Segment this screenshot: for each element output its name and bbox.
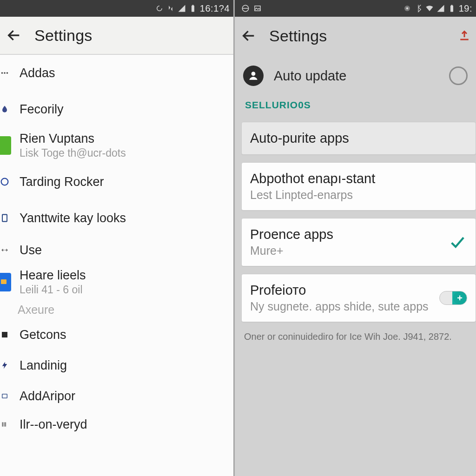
page-title: Settings xyxy=(34,26,92,45)
card-title: Proence apps xyxy=(250,227,333,242)
profile-icon xyxy=(243,66,264,86)
right-appbar: Settings xyxy=(235,17,476,55)
battery-icon xyxy=(448,4,456,13)
svg-rect-7 xyxy=(2,332,7,337)
wifi-icon xyxy=(425,4,434,13)
device-icon xyxy=(0,212,11,225)
dots-icon xyxy=(0,66,11,79)
card-title: Profeiото xyxy=(250,283,429,298)
signal-icon xyxy=(436,4,445,13)
list-item[interactable]: Fecorily xyxy=(0,91,233,127)
compass-icon xyxy=(241,4,250,13)
back-arrow-icon xyxy=(241,28,257,44)
svg-rect-1 xyxy=(192,5,193,6)
svg-point-3 xyxy=(4,72,6,74)
svg-rect-9 xyxy=(2,422,3,426)
circle-icon xyxy=(0,175,11,188)
list-item[interactable]: Use xyxy=(0,236,233,264)
svg-point-4 xyxy=(7,72,8,74)
list-item-title: Landinig xyxy=(20,358,67,373)
upload-icon[interactable] xyxy=(457,28,471,44)
right-screen: 19: Settings Auto update SELLURIO0S Aut xyxy=(235,0,476,476)
toggle-switch[interactable]: + xyxy=(439,291,467,305)
page-title: Settings xyxy=(269,27,327,45)
svg-rect-17 xyxy=(451,5,452,6)
list-item[interactable]: Addas xyxy=(0,55,233,91)
square-icon xyxy=(0,328,11,341)
auto-update-label: Auto update xyxy=(274,68,346,84)
list-item[interactable]: Yanttwite kay looks xyxy=(0,200,233,236)
svg-rect-16 xyxy=(450,6,453,12)
footnote: Oner or coninuidediro for Ice Wih Joe. J… xyxy=(235,327,476,342)
card-abpothot[interactable]: Abpothot enapı-stant Lest Linpted-enarps xyxy=(241,162,476,211)
svg-rect-13 xyxy=(255,6,260,11)
list-item-subtitle: Lisk Toge th@ucr-dots xyxy=(20,147,126,159)
list-item[interactable]: Getcons xyxy=(0,319,233,350)
card-profeioto[interactable]: Profeiото Ny sugnete. apps shide, sute a… xyxy=(241,274,476,322)
blue-tile-icon xyxy=(0,276,11,289)
card-title: Auto-purite apps xyxy=(250,131,349,146)
list-item-title: Addas xyxy=(20,66,55,80)
link-icon xyxy=(0,244,11,257)
status-clock: 19: xyxy=(459,3,472,14)
card-subtitle: Mure+ xyxy=(250,244,333,258)
card-proence-apps[interactable]: Proence apps Mure+ xyxy=(241,218,476,266)
list-item[interactable]: Landinig xyxy=(0,350,233,381)
bars-icon xyxy=(0,418,11,431)
list-item-title: Getcons xyxy=(20,328,66,342)
card-subtitle: Lest Linpted-enarps xyxy=(250,188,375,202)
card-subtitle: Ny sugnete. apps shide, sute apps xyxy=(250,300,429,313)
svg-point-5 xyxy=(1,178,8,185)
svg-rect-10 xyxy=(4,422,4,426)
back-button[interactable] xyxy=(238,25,260,47)
image-icon xyxy=(253,4,262,13)
list-item-title: Rien Vuptans xyxy=(20,132,126,146)
list-item[interactable]: AddAripor xyxy=(0,381,233,411)
svg-rect-0 xyxy=(192,6,194,12)
list-item-subtitle: Leili 41 - 6 oil xyxy=(20,284,86,296)
list-item[interactable]: Rien Vuptans Lisk Toge th@ucr-dots xyxy=(0,127,233,164)
list-item-title: Yanttwite kay looks xyxy=(20,211,126,225)
svg-point-2 xyxy=(1,72,3,74)
left-screen: 16:1?4 Settings Addas xyxy=(0,0,235,476)
card-auto-purite-apps[interactable]: Auto-purite apps xyxy=(241,122,476,155)
svg-point-18 xyxy=(251,72,256,76)
sync-icon xyxy=(155,4,164,13)
list-item-title: Tarding Rocker xyxy=(20,175,104,189)
plus-icon: + xyxy=(453,291,466,304)
green-tile-icon xyxy=(0,139,11,152)
auto-update-radio[interactable] xyxy=(449,66,468,85)
svg-rect-11 xyxy=(5,422,6,426)
status-clock: 16:1?4 xyxy=(200,3,230,14)
list-item-title: Fecorily xyxy=(20,102,64,117)
svg-rect-6 xyxy=(2,215,7,222)
back-arrow-icon xyxy=(6,27,22,43)
list-item[interactable]: Tarding Rocker xyxy=(0,164,233,200)
svg-rect-8 xyxy=(2,394,7,398)
bluetooth-icon xyxy=(414,4,423,13)
list-item[interactable]: Heare lieels Leili 41 - 6 oil xyxy=(0,264,233,300)
signal-icon xyxy=(178,4,186,13)
bolt-icon xyxy=(0,359,11,372)
left-appbar: Settings xyxy=(0,17,233,55)
left-status-bar: 16:1?4 xyxy=(0,0,233,17)
section-label: Axeure xyxy=(0,300,233,319)
svg-point-15 xyxy=(406,7,408,10)
list-item-title: Use xyxy=(20,243,42,258)
auto-update-row[interactable]: Auto update xyxy=(235,55,476,97)
battery-icon xyxy=(189,4,197,13)
left-settings-list: Addas Fecorily Rien Vuptans Lisk Toge th… xyxy=(0,55,233,476)
checkmark-icon xyxy=(447,234,467,250)
list-item-title: Heare lieels xyxy=(20,268,86,283)
right-status-bar: 19: xyxy=(235,0,476,17)
list-item-title: Ilr--on-veryd xyxy=(20,417,87,432)
list-item-title: AddAripor xyxy=(20,389,75,403)
rect-icon xyxy=(0,390,11,403)
section-header: SELLURIO0S xyxy=(235,97,476,119)
list-item[interactable]: Ilr--on-veryd xyxy=(0,411,233,437)
back-button[interactable] xyxy=(3,24,25,46)
droplet-icon xyxy=(0,103,11,116)
card-title: Abpothot enapı-stant xyxy=(250,171,375,186)
cast-icon xyxy=(403,4,411,13)
nfc-icon xyxy=(166,4,175,13)
